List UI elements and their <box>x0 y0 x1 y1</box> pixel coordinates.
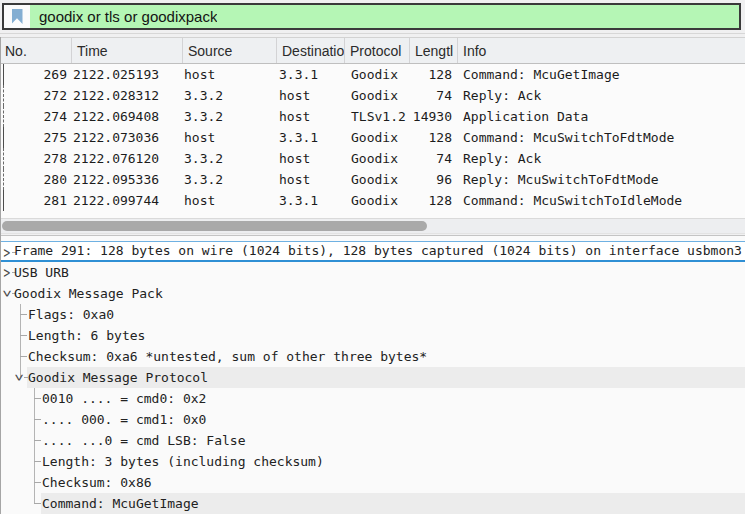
cell-time: 2122.076120 <box>72 151 183 166</box>
packet-row-278[interactable]: 278 2122.076120 3.3.2 host Goodix 74 Rep… <box>0 148 745 169</box>
cell-time: 2122.028312 <box>72 88 183 103</box>
tree-item-usb-urb[interactable]: USB URB <box>0 262 745 283</box>
tree-item-label: Frame 291: 128 bytes on wire (1024 bits)… <box>14 242 742 263</box>
column-header-time[interactable]: Time <box>72 38 183 63</box>
cell-length: 128 <box>410 67 458 82</box>
cell-length: 74 <box>410 88 458 103</box>
chevron-right-icon[interactable] <box>2 262 13 283</box>
column-header-length[interactable]: Lengtl <box>410 38 458 63</box>
tree-branch-line <box>34 503 41 504</box>
tree-item-label: Goodix Message Protocol <box>28 367 208 388</box>
tree-item-label: Length: 6 bytes <box>28 325 145 346</box>
tree-item-goodix-message-pack[interactable]: Goodix Message Pack <box>0 283 745 304</box>
column-header-info[interactable]: Info <box>458 38 745 63</box>
column-header-destination[interactable]: Destination <box>277 38 345 63</box>
cell-time: 2122.099744 <box>72 193 183 208</box>
tree-item-label: 0010 .... = cmd0: 0x2 <box>42 388 206 409</box>
cell-info: Reply: McuSwitchToFdtMode <box>458 172 745 187</box>
cell-destination: 3.3.1 <box>277 193 345 208</box>
cell-destination: host <box>277 109 345 124</box>
filter-bookmark-button[interactable] <box>4 5 30 28</box>
chevron-down-icon[interactable] <box>14 367 25 388</box>
tree-branch-line <box>34 482 41 483</box>
cell-destination: 3.3.1 <box>277 67 345 82</box>
tree-branch-line <box>20 356 27 357</box>
cell-protocol: Goodix <box>345 193 410 208</box>
cell-protocol: Goodix <box>345 88 410 103</box>
cell-no: 269 <box>0 67 72 82</box>
packet-row-274[interactable]: 274 2122.069408 3.3.2 host TLSv1.2 14930… <box>0 106 745 127</box>
tree-item-frame[interactable]: Frame 291: 128 bytes on wire (1024 bits)… <box>0 241 745 262</box>
related-packet-marker <box>3 190 4 211</box>
tree-item-label: .... 000. = cmd1: 0x0 <box>42 409 206 430</box>
cell-source: host <box>183 193 277 208</box>
tree-item-proto-checksum[interactable]: Checksum: 0x86 <box>0 472 745 493</box>
horizontal-scrollbar[interactable] <box>0 218 745 234</box>
bookmark-icon <box>12 9 23 24</box>
cell-source: 3.3.2 <box>183 88 277 103</box>
cell-destination: 3.3.1 <box>277 130 345 145</box>
packet-list: 269 2122.025193 host 3.3.1 Goodix 128 Co… <box>0 64 745 218</box>
tree-item-label: Goodix Message Pack <box>14 283 163 304</box>
cell-info: Command: McuGetImage <box>458 67 745 82</box>
chevron-down-icon[interactable] <box>2 283 13 304</box>
packet-row-275[interactable]: 275 2122.073036 host 3.3.1 Goodix 128 Co… <box>0 127 745 148</box>
cell-destination: host <box>277 151 345 166</box>
window-left-edge <box>0 37 1 514</box>
cell-info: Command: McuSwitchToFdtMode <box>458 130 745 145</box>
cell-no: 275 <box>0 130 72 145</box>
tree-item-cmd-lsb[interactable]: .... ...0 = cmd LSB: False <box>0 430 745 451</box>
tree-item-flags[interactable]: Flags: 0xa0 <box>0 304 745 325</box>
tree-item-cmd0[interactable]: 0010 .... = cmd0: 0x2 <box>0 388 745 409</box>
tree-item-label: .... ...0 = cmd LSB: False <box>42 430 246 451</box>
tree-item-label: USB URB <box>14 262 69 283</box>
column-header-no[interactable]: No. <box>0 38 72 63</box>
packet-details-pane: Frame 291: 128 bytes on wire (1024 bits)… <box>0 235 745 514</box>
cell-source: host <box>183 67 277 82</box>
tree-item-pack-checksum[interactable]: Checksum: 0xa6 *untested, sum of other t… <box>0 346 745 367</box>
tree-branch-line <box>20 314 27 315</box>
tree-branch-line <box>34 440 41 441</box>
tree-branch-line <box>34 419 41 420</box>
packet-row-280[interactable]: 280 2122.095336 3.3.2 host Goodix 96 Rep… <box>0 169 745 190</box>
cell-no: 281 <box>0 193 72 208</box>
packet-row-281[interactable]: 281 2122.099744 host 3.3.1 Goodix 128 Co… <box>0 190 745 211</box>
tree-item-label: Checksum: 0x86 <box>42 472 152 493</box>
tree-item-label: Checksum: 0xa6 *untested, sum of other t… <box>28 346 427 367</box>
cell-destination: host <box>277 172 345 187</box>
cell-length: 14930 <box>410 109 458 124</box>
cell-no: 274 <box>0 109 72 124</box>
cell-no: 272 <box>0 88 72 103</box>
display-filter-bar[interactable]: goodix or tls or goodixpack <box>2 3 741 30</box>
cell-destination: host <box>277 88 345 103</box>
cell-time: 2122.073036 <box>72 130 183 145</box>
cell-source: host <box>183 130 277 145</box>
tree-item-command[interactable]: Command: McuGetImage <box>0 493 745 514</box>
cell-protocol: Goodix <box>345 67 410 82</box>
cell-no: 278 <box>0 151 72 166</box>
tree-item-pack-length[interactable]: Length: 6 bytes <box>0 325 745 346</box>
column-header-source[interactable]: Source <box>183 38 277 63</box>
tree-item-cmd1[interactable]: .... 000. = cmd1: 0x0 <box>0 409 745 430</box>
tree-item-label: Command: McuGetImage <box>42 493 199 514</box>
cell-protocol: TLSv1.2 <box>345 109 410 124</box>
tree-item-goodix-message-protocol[interactable]: Goodix Message Protocol <box>0 367 745 388</box>
cell-source: 3.3.2 <box>183 172 277 187</box>
related-packet-marker <box>3 148 4 169</box>
cell-info: Command: McuSwitchToIdleMode <box>458 193 745 208</box>
related-packet-marker <box>3 85 4 106</box>
packet-row-269[interactable]: 269 2122.025193 host 3.3.1 Goodix 128 Co… <box>0 64 745 85</box>
cell-info: Reply: Ack <box>458 88 745 103</box>
tree-branch-line <box>20 335 27 336</box>
display-filter-input[interactable]: goodix or tls or goodixpack <box>30 5 217 28</box>
tree-item-label: Flags: 0xa0 <box>28 304 114 325</box>
cell-info: Reply: Ack <box>458 151 745 166</box>
cell-info: Application Data <box>458 109 745 124</box>
tree-item-label: Length: 3 bytes (including checksum) <box>42 451 324 472</box>
tree-item-proto-length[interactable]: Length: 3 bytes (including checksum) <box>0 451 745 472</box>
column-header-protocol[interactable]: Protocol <box>345 38 410 63</box>
related-packet-marker <box>3 64 4 85</box>
related-packet-marker <box>3 106 4 127</box>
packet-row-272[interactable]: 272 2122.028312 3.3.2 host Goodix 74 Rep… <box>0 85 745 106</box>
horizontal-scrollbar-thumb[interactable] <box>2 221 427 231</box>
